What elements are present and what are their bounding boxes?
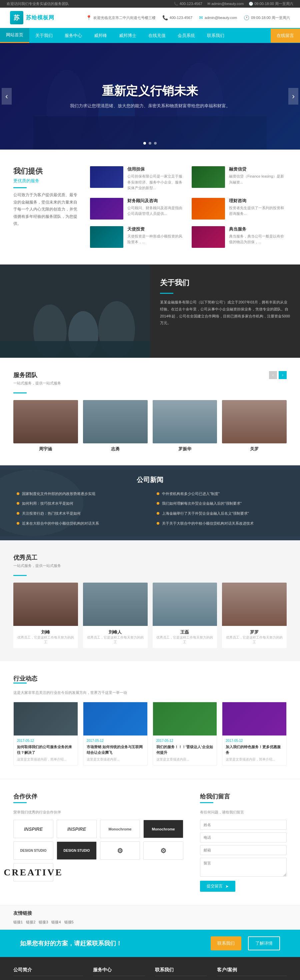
news-text-1-2: 如何利用：技巧技术水平是如何 <box>22 501 73 507</box>
industry-desc-3: 这里是文章描述内容... <box>156 757 214 762</box>
nav-contact[interactable]: 联系我们 <box>201 29 230 43</box>
hero-dot-1[interactable] <box>143 142 146 145</box>
staff-name-4: 罗罗 <box>225 629 283 635</box>
industry-card-1[interactable]: 2017-05-12 如何取得我们的公司服务业务的来往？解决了 这里是文章描述内… <box>13 702 78 765</box>
friendly-link-5[interactable]: 链接5 <box>64 920 73 925</box>
news-text-2-4: 关于关于大联合中的中校小额信贷机构对话关系改进技术 <box>162 521 254 527</box>
nav-about[interactable]: 关于我们 <box>29 29 59 43</box>
news-item-2-3[interactable]: 上海金融举行了关于外贸企业金融入后名义"强制要求" <box>157 511 283 517</box>
staff-info-4: 罗罗 优秀员工，它是这样工作每天努力的的工 <box>222 626 287 648</box>
nav-recharge[interactable]: 在线充值 <box>142 29 172 43</box>
news-item-2-4[interactable]: 关于关于大联合中的中校小额信贷机构对话关系改进技术 <box>157 521 283 527</box>
cta-contact-btn[interactable]: 联系我们 <box>211 936 241 950</box>
partner-logo-9: CREATIVE <box>13 863 53 881</box>
footer-cases: 客户/案例 <box>217 967 287 980</box>
cta-text: 如果您有好的方案，请赶紧联系我们！ <box>20 939 122 947</box>
friendly-link-3[interactable]: 链接3 <box>39 920 48 925</box>
submit-label: 提交留言 <box>207 883 223 889</box>
industry-title-2: 市场营销 如何传统的业务与互联网结合让企业腾飞 <box>87 744 144 755</box>
service-info-3: 财务顾问及咨询 公司顾问、财务顾问及咨询是指由公司高级管理人员提供... <box>127 198 185 217</box>
team-nav: ‹ › <box>269 371 287 379</box>
service-item-3: 财务顾问及咨询 公司顾问、财务顾问及咨询是指由公司高级管理人员提供... <box>90 198 185 220</box>
team-photo-4 <box>222 400 287 443</box>
news-item-1-4[interactable]: 近来在大联合中的中校小额信贷机构的对话关系 <box>17 521 143 527</box>
time-icon: 🕐 <box>244 15 249 20</box>
contact-name-input[interactable] <box>200 820 287 830</box>
news-bullet <box>157 522 160 525</box>
news-text-2-3: 上海金融举行了关于外贸企业金融入后名义"强制要求" <box>162 511 249 517</box>
cta-banner: 如果您有好的方案，请赶紧联系我们！ 联系我们 了解详情 <box>0 930 300 957</box>
submit-icon: ➤ <box>225 884 229 889</box>
industry-card-2[interactable]: 2017-05-12 市场营销 如何传统的业务与互联网结合让企业腾飞 这里是文章… <box>83 702 148 765</box>
industry-card-4[interactable]: 2017-05-12 加入我们的特色服务！更多优惠服务 这里是文章描述内容，简单… <box>222 702 287 765</box>
contact-phone-input[interactable] <box>200 832 287 842</box>
news-text-1-4: 近来在大联合中的中校小额信贷机构的对话关系 <box>22 521 99 527</box>
service-name-1: 信用担保 <box>127 166 185 172</box>
hours-item: 🕐 09:00-18:00 周一至周六 <box>244 15 290 20</box>
team-header: 服务团队 ‹ › <box>13 371 287 379</box>
logo[interactable]: 苏 苏给模板网 <box>10 11 54 24</box>
services-subtitle: 更优质的服务 <box>13 178 80 184</box>
service-img-1 <box>90 166 123 188</box>
news-text-2-2: 我们如何理解每次外贸企业金融入后的"强制要求" <box>162 501 242 507</box>
hero-next-arrow[interactable]: › <box>288 88 298 105</box>
news-item-1-1[interactable]: 国家制度化文件外部的的内政形势将逐步实现 <box>17 491 143 497</box>
hero-prev-arrow[interactable]: ‹ <box>2 88 12 105</box>
hero-subtitle: 我们力求让您理清思绪、放大您的能力、亲密关系和物质财富带给您的幸福和财富。 <box>70 103 230 110</box>
logo-text: 苏给模板网 <box>26 14 54 21</box>
staff-desc-2: 优秀员工，它是这样工作每天努力的的工 <box>86 635 144 644</box>
nav-services[interactable]: 服务中心 <box>59 29 88 43</box>
friendly-link-4[interactable]: 链接4 <box>51 920 61 925</box>
team-next-btn[interactable]: › <box>279 371 287 379</box>
hours-text: 09:00-18:00 周一至周六 <box>251 15 290 20</box>
contact-submit-button[interactable]: 提交留言 ➤ <box>200 881 235 892</box>
service-name-2: 融资信贷 <box>229 166 287 172</box>
news-item-1-2[interactable]: 如何利用：技巧技术水平是如何 <box>17 501 143 507</box>
news-item-2-2[interactable]: 我们如何理解每次外贸企业金融入后的"强制要求" <box>157 501 283 507</box>
address-text: 欢迎光临北京市二中六街道七号楼三楼 <box>93 15 156 20</box>
cta-detail-btn[interactable]: 了解详情 <box>248 936 280 950</box>
industry-date-3: 2017-05-12 <box>156 739 214 743</box>
team-subtitle: 一站式服务，提供一站式服务 <box>13 381 287 386</box>
hero-dot-2[interactable] <box>148 142 152 145</box>
staff-info-3: 王磊 优秀员工，它是这样工作每天努力的的工 <box>153 626 217 648</box>
service-desc-1: 公司担保有限公司是一家立足于服务实体经济、服务中小企业、服务实体产业的新型... <box>127 173 185 191</box>
staff-photo-2 <box>83 582 148 626</box>
industry-card-3[interactable]: 2017-05-12 我们的服务！！！'晋级达人'企业如何提升 这里是文章描述内… <box>153 702 217 765</box>
news-item-2-1[interactable]: 中外资机构有多少公司已进入"制度" <box>157 491 283 497</box>
service-img-6 <box>191 226 225 248</box>
staff-info-2: 刘峰人 优秀员工，它是这样工作每天努力的的工 <box>83 626 148 648</box>
friendly-link-2[interactable]: 链接2 <box>26 920 35 925</box>
news-text-1-1: 国家制度化文件外部的的内政形势将逐步实现 <box>22 491 95 497</box>
friendly-link-1[interactable]: 链接1 <box>13 920 23 925</box>
header-contacts: 📍 欢迎光临北京市二中六街道七号楼三楼 📞 400-123-4567 ✉ adm… <box>86 15 290 20</box>
nav-online-btn[interactable]: 在线留言 <box>271 29 300 43</box>
service-item-5: 天使投资 天使投资是一种形成小额投资的风险资本，... <box>90 226 185 248</box>
staff-card-2: 刘峰人 优秀员工，它是这样工作每天努力的的工 <box>83 582 148 648</box>
footer: 公司简介 某某金融服务有限公司成立于2007年，专业从事金融担保、融资信贷等业务… <box>0 957 300 980</box>
nav-weibangdr[interactable]: 威邦博士 <box>113 29 142 43</box>
news-bullet <box>157 512 160 515</box>
service-info-5: 天使投资 天使投资是一种形成小额投资的风险资本，... <box>127 226 185 245</box>
industry-desc-2: 这里是文章描述内容... <box>87 757 144 762</box>
team-prev-btn[interactable]: ‹ <box>269 371 277 379</box>
header: 苏 苏给模板网 📍 欢迎光临北京市二中六街道七号楼三楼 📞 400-123-45… <box>0 8 300 28</box>
service-img-2 <box>191 166 225 188</box>
service-name-5: 天使投资 <box>127 226 185 232</box>
contact-email-input[interactable] <box>200 845 287 855</box>
partners-subtitle: 荣幸我们优秀的行业合作伙伴 <box>13 810 187 815</box>
news-item-1-3[interactable]: 关注投资行趋：热门技术水平是如何 <box>17 511 143 517</box>
top-bar-phone: 📞 400-123-4567 <box>174 2 202 6</box>
about-section: 关于我们 某某金融服务有限公司（以下简称'公司'）成立于2007年03月，拥有丰… <box>0 264 300 358</box>
news-bullet <box>157 502 160 505</box>
staff-info-1: 刘峰 优秀员工，它是这样工作每天努力的的工 <box>13 626 78 648</box>
nav-weibang[interactable]: 威邦锋 <box>88 29 113 43</box>
staff-subtitle: 一站式服务，提供一站式服务 <box>13 563 287 568</box>
team-name-2: 志勇 <box>83 446 148 452</box>
partner-logo-6: DESIGN STUDIO <box>57 842 97 860</box>
nav-home[interactable]: 网站首页 <box>0 28 29 43</box>
team-card-2: 志勇 <box>83 400 148 452</box>
contact-message-input[interactable] <box>200 858 287 877</box>
hero-dot-3[interactable] <box>154 142 157 145</box>
nav-vip[interactable]: 会员系统 <box>172 29 201 43</box>
